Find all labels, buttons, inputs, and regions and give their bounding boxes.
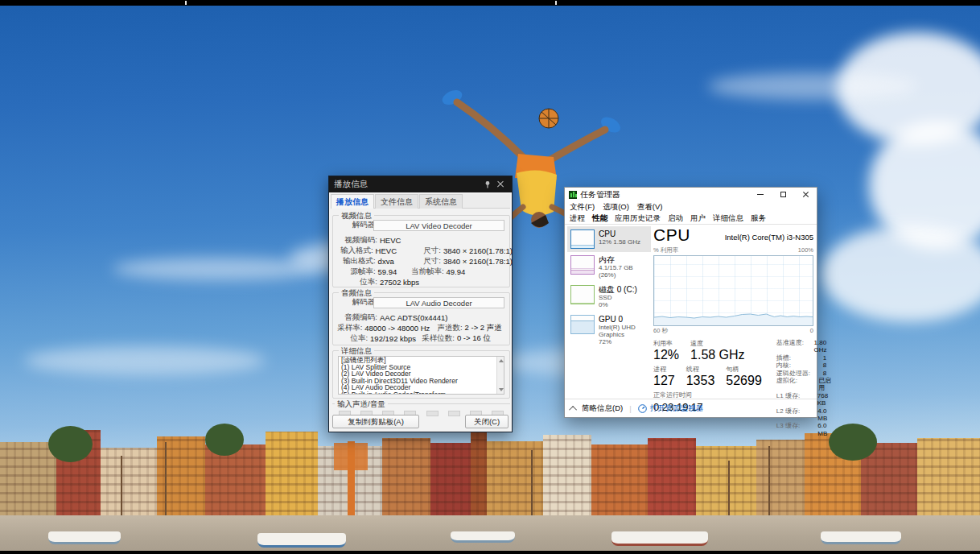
output-format-label: 输出格式: <box>333 256 378 267</box>
task-manager-app-icon <box>569 191 577 199</box>
minimize-icon[interactable] <box>749 188 772 201</box>
boat-mast <box>728 461 730 519</box>
l2-cache-value: 4.0 MB <box>817 407 836 423</box>
tab-details[interactable]: 详细信息 <box>713 213 743 224</box>
playback-info-titlebar[interactable]: 播放信息 <box>329 176 512 192</box>
tab-services[interactable]: 服务 <box>751 213 766 224</box>
cpu-stats-left: 利用率 12% 速度 1.58 GHz 进程 127 <box>653 339 762 437</box>
basketball-backboard <box>334 443 368 470</box>
sidebar-gpu-detail2: 72% <box>599 338 649 345</box>
menu-file[interactable]: 文件(F) <box>570 202 595 213</box>
cpu-stats-right: 基准速度:1.80 GHz 插槽:1 内核:8 逻辑处理器:8 虚拟化:已启用 … <box>776 339 836 437</box>
scroll-up-icon[interactable] <box>499 359 504 362</box>
building <box>157 436 205 519</box>
cores-value: 8 <box>823 362 826 369</box>
audio-bitrate-label: 位率: <box>333 333 370 344</box>
scrollbar[interactable] <box>496 357 504 394</box>
cores-label: 内核: <box>776 362 823 369</box>
audio-bitrate-value: 192/192 kbps <box>370 334 416 343</box>
sidebar-item-disk[interactable]: 磁盘 0 (C:) SSD 0% <box>567 282 651 312</box>
tab-file-info[interactable]: 文件信息 <box>375 194 418 209</box>
sidebar-item-gpu[interactable]: GPU 0 Intel(R) UHD Graphics 72% <box>567 312 651 349</box>
tab-playback-info[interactable]: 播放信息 <box>331 194 374 209</box>
cpu-utilization-graph <box>653 255 813 326</box>
building <box>382 438 430 519</box>
threads-value: 1353 <box>686 374 715 387</box>
cloud <box>708 72 917 100</box>
scroll-down-icon[interactable] <box>499 388 504 391</box>
tab-startup[interactable]: 启动 <box>668 213 683 224</box>
base-speed-value: 1.80 GHz <box>814 339 836 354</box>
tree <box>48 426 93 462</box>
close-icon[interactable] <box>494 179 507 190</box>
sockets-value: 1 <box>823 354 826 362</box>
building <box>266 432 318 519</box>
x-axis-right-label: 0 <box>810 327 813 335</box>
sockets-label: 插槽: <box>776 354 823 362</box>
open-resource-monitor-link[interactable]: 打开资源监视器 <box>638 403 704 414</box>
seek-marker <box>555 1 557 5</box>
sidebar-item-memory[interactable]: 内存 4.1/15.7 GB (26%) <box>567 252 651 282</box>
tab-performance[interactable]: 性能 <box>592 213 607 224</box>
fewer-details-label: 简略信息(D) <box>582 403 623 414</box>
boat <box>257 533 346 548</box>
building <box>696 446 756 519</box>
speed-label: 速度 <box>690 339 745 348</box>
copy-to-clipboard-button[interactable]: 复制到剪贴板(A) <box>332 415 419 428</box>
processes-value: 127 <box>653 374 675 387</box>
cpu-thumbnail-graph <box>570 229 595 249</box>
sidebar-item-cpu[interactable]: CPU 12% 1.58 GHz <box>567 226 651 252</box>
size-label: 尺寸: <box>397 246 443 256</box>
building <box>430 443 471 519</box>
channels-value: 2 -> 2 声道 <box>465 323 506 333</box>
video-decoder-field[interactable]: LAV Video Decoder <box>373 220 504 231</box>
virtualization-label: 虚拟化: <box>776 377 818 392</box>
sidebar-memory-detail: 4.1/15.7 GB (26%) <box>599 264 649 279</box>
output-format-value: dxva <box>378 257 394 266</box>
cpu-graph-line <box>654 256 813 325</box>
boat <box>451 531 515 543</box>
task-manager-window: 任务管理器 文件(F) 选项(O) 查看(V) 进程 性能 应用历史记录 启动 … <box>564 187 817 418</box>
fewer-details-toggle[interactable]: 简略信息(D) <box>571 403 623 414</box>
sidebar-memory-name: 内存 <box>599 255 649 264</box>
cpu-model-name: Intel(R) Core(TM) i3-N305 <box>725 233 813 244</box>
volume-meter <box>426 411 439 416</box>
playback-info-dialog: 播放信息 播放信息 文件信息 系统信息 视频信息 解码器: LAV Video … <box>328 176 513 432</box>
boat-mast <box>531 450 533 519</box>
speed-value: 1.58 GHz <box>690 348 745 362</box>
task-manager-titlebar[interactable]: 任务管理器 <box>565 188 817 201</box>
chevron-up-icon <box>569 405 577 413</box>
filter-list[interactable]: [滤镜使用列表] (1) LAV Splitter Source (2) LAV… <box>338 356 504 395</box>
close-button[interactable]: 关闭(C) <box>465 415 509 428</box>
menu-options[interactable]: 选项(O) <box>603 202 629 213</box>
sidebar-cpu-name: CPU <box>599 229 640 238</box>
filter-list-item: (5) Built-in Audio Codec/Transform <box>339 391 504 395</box>
samplerate-value: 48000 -> 48000 Hz <box>364 324 430 333</box>
memory-thumbnail-graph <box>570 255 595 275</box>
audio-decoder-field[interactable]: LAV Audio Decoder <box>373 297 504 308</box>
sidebar-cpu-detail: 12% 1.58 GHz <box>599 238 640 246</box>
current-fps-label: 当前帧率: <box>397 267 446 277</box>
video-bitrate-label: 位率: <box>333 277 380 287</box>
tree <box>829 424 877 461</box>
menu-view[interactable]: 查看(V) <box>637 202 663 213</box>
tab-processes[interactable]: 进程 <box>570 213 585 224</box>
resource-monitor-icon <box>638 404 647 413</box>
boat-mast <box>768 446 770 519</box>
building <box>487 441 543 519</box>
maximize-icon[interactable] <box>772 188 794 201</box>
tab-users[interactable]: 用户 <box>690 213 706 224</box>
volume-group-title: 输入声道/音量 <box>335 399 388 410</box>
tab-system-info[interactable]: 系统信息 <box>419 194 463 209</box>
building <box>101 448 157 519</box>
virtualization-value: 已启用 <box>818 377 836 392</box>
bits-value: 0 -> 16 位 <box>457 333 506 344</box>
video-codec-value: HEVC <box>380 236 401 245</box>
tab-app-history[interactable]: 应用历史记录 <box>615 213 661 224</box>
building <box>756 440 805 519</box>
logical-processors-label: 逻辑处理器: <box>776 370 823 377</box>
close-icon[interactable] <box>794 188 817 201</box>
resource-monitor-label: 打开资源监视器 <box>650 403 704 414</box>
bits-label: 采样位数: <box>416 333 457 344</box>
pin-icon[interactable] <box>481 179 494 190</box>
